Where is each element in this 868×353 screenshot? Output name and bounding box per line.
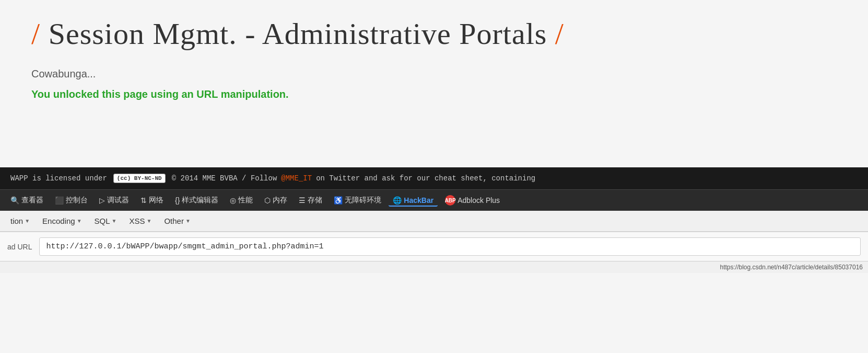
style-editor-icon: {} [175, 196, 180, 204]
debugger-label: 调试器 [107, 196, 129, 205]
hackbar-menu-xss[interactable]: XSS ▼ [124, 214, 157, 228]
devtool-adblock[interactable]: ABP Adblock Plus [441, 193, 504, 208]
hackbar-menu-encoding[interactable]: Encoding ▼ [37, 214, 87, 228]
inspector-label: 查看器 [21, 196, 43, 205]
slash-prefix: / [31, 17, 49, 51]
hackbar-menu-other[interactable]: Other ▼ [159, 214, 195, 228]
xss-dropdown-arrow: ▼ [147, 218, 152, 224]
devtool-style-editor[interactable]: {} 样式编辑器 [171, 193, 222, 207]
status-bar: https://blog.csdn.net/n487c/article/deta… [0, 261, 868, 273]
console-icon: ⬛ [55, 196, 64, 204]
memory-label: 内存 [273, 196, 287, 205]
style-editor-label: 样式编辑器 [182, 196, 218, 205]
url-bar-area: ad URL [0, 232, 868, 261]
hackbar-label: HackBar [404, 196, 433, 204]
performance-label: 性能 [238, 196, 253, 205]
performance-icon: ◎ [230, 196, 236, 204]
devtool-storage[interactable]: ☰ 存储 [295, 193, 326, 207]
storage-label: 存储 [308, 196, 322, 205]
url-label: ad URL [7, 243, 32, 251]
devtool-console[interactable]: ⬛ 控制台 [51, 193, 92, 207]
adblock-badge-icon: ABP [445, 195, 455, 206]
slash-suffix: / [547, 17, 564, 51]
devtool-performance[interactable]: ◎ 性能 [226, 193, 257, 207]
url-input[interactable] [39, 237, 861, 256]
inspector-icon: 🔍 [10, 196, 19, 204]
footer-suffix-text: on Twitter and ask for our cheat sheet, … [316, 174, 535, 183]
adblock-label: Adblock Plus [458, 196, 500, 204]
footer-prefix-text: WAPP is licensed under [10, 174, 107, 183]
twitter-link[interactable]: @MME_IT [281, 174, 312, 183]
status-text: https://blog.csdn.net/n487c/article/deta… [720, 264, 863, 271]
hackbar-toolbar: tion ▼ Encoding ▼ SQL ▼ XSS ▼ Other ▼ [0, 211, 868, 232]
success-message: You unlocked this page using an URL mani… [31, 88, 837, 100]
cc-badge: (cc) BY-NC-ND [113, 174, 166, 183]
memory-icon: ⬡ [264, 196, 271, 204]
hackbar-encoding-label: Encoding [42, 217, 75, 225]
accessibility-icon: ♿ [334, 196, 343, 204]
encoding-dropdown-arrow: ▼ [77, 218, 82, 224]
network-label: 网络 [149, 196, 163, 205]
hackbar-globe-icon: 🌐 [393, 196, 402, 204]
footer-copyright: © 2014 MME BVBA / Follow [172, 174, 277, 183]
network-icon: ⇅ [140, 196, 147, 204]
devtool-debugger[interactable]: ▷ 调试器 [95, 193, 133, 207]
devtool-hackbar[interactable]: 🌐 HackBar [389, 194, 438, 207]
sql-dropdown-arrow: ▼ [112, 218, 117, 224]
hackbar-menu-option[interactable]: tion ▼ [5, 214, 35, 228]
page-title: / Session Mgmt. - Administrative Portals… [31, 16, 837, 52]
option-dropdown-arrow: ▼ [25, 218, 30, 224]
footer-bar: WAPP is licensed under (cc) BY-NC-ND © 2… [0, 167, 868, 189]
hackbar-sql-label: SQL [95, 217, 110, 225]
console-label: 控制台 [66, 196, 88, 205]
hackbar-other-label: Other [164, 217, 184, 225]
hackbar-option-label: tion [10, 217, 23, 225]
hackbar-xss-label: XSS [129, 217, 145, 225]
dev-toolbar: 🔍 查看器 ⬛ 控制台 ▷ 调试器 ⇅ 网络 {} 样式编辑器 ◎ 性能 ⬡ 内… [0, 189, 868, 211]
other-dropdown-arrow: ▼ [185, 218, 191, 224]
accessibility-label: 无障碍环境 [345, 196, 381, 205]
debugger-icon: ▷ [99, 196, 105, 204]
main-content: / Session Mgmt. - Administrative Portals… [0, 0, 868, 167]
devtool-memory[interactable]: ⬡ 内存 [260, 193, 291, 207]
hackbar-menu-sql[interactable]: SQL ▼ [89, 214, 122, 228]
devtool-network[interactable]: ⇅ 网络 [136, 193, 168, 207]
devtool-inspector[interactable]: 🔍 查看器 [6, 193, 48, 207]
storage-icon: ☰ [299, 196, 306, 204]
devtool-accessibility[interactable]: ♿ 无障碍环境 [330, 193, 385, 207]
subtitle-text: Cowabunga... [31, 68, 837, 80]
